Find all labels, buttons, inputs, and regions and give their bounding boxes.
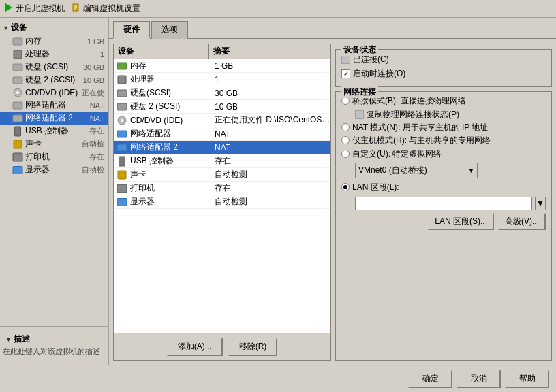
nat-radio[interactable] xyxy=(341,123,350,131)
cancel-button[interactable]: 取消 xyxy=(457,370,501,388)
bridge-sub-section: 复制物理网络连接状态(P) xyxy=(341,108,546,121)
advanced-button[interactable]: 高级(V)... xyxy=(498,213,546,230)
col-summary-header: 摘要 xyxy=(209,44,330,59)
connected-checkbox[interactable] xyxy=(341,55,350,64)
device-row-sound[interactable]: 声卡 自动检测 xyxy=(114,168,330,182)
device-summary-sound: 自动检测 xyxy=(212,169,330,180)
device-status-title: 设备状态 xyxy=(341,44,378,56)
bottom-bar: 确定 取消 帮助 xyxy=(0,365,556,392)
sidebar-item-print[interactable]: 打印机 存在 xyxy=(0,150,108,163)
tab-options[interactable]: 选项 xyxy=(151,21,188,39)
right-panel: 硬件 选项 设备 摘要 内存 1 GB 处理器 1 xyxy=(109,18,556,365)
start-vm-label: 开启此虚拟机 xyxy=(16,3,65,14)
edit-vm-button[interactable]: 编辑虚拟机设置 xyxy=(72,3,140,14)
device-row-usb[interactable]: USB 控制器 存在 xyxy=(114,154,330,168)
svg-rect-6 xyxy=(14,50,22,59)
edit-icon xyxy=(72,3,81,14)
svg-rect-7 xyxy=(13,64,22,71)
sidebar-item-hdd1[interactable]: 硬盘 (SCSI) 30 GB xyxy=(0,61,108,74)
device-list-panel: 设备 摘要 内存 1 GB 处理器 1 硬盘(SCSI) 30 GB 硬盘 2 … xyxy=(113,44,331,361)
help-button[interactable]: 帮助 xyxy=(505,370,549,388)
device-name-net2: 网络适配器 2 xyxy=(130,142,212,153)
sidebar-item-cpu[interactable]: 处理器 1 xyxy=(0,48,108,61)
icon-hdd1 xyxy=(12,62,23,73)
device-icon-net2 xyxy=(116,142,128,153)
device-row-memory[interactable]: 内存 1 GB xyxy=(114,59,330,73)
sidebar-item-net1[interactable]: 网络适配器 NAT xyxy=(0,99,108,112)
sidebar-item-hdd2[interactable]: 硬盘 2 (SCSI) 10 GB xyxy=(0,74,108,86)
device-icon-cpu xyxy=(116,74,128,85)
device-list-footer: 添加(A)... 移除(R) xyxy=(114,333,330,360)
device-icon-memory xyxy=(116,61,128,71)
custom-radio[interactable] xyxy=(341,150,350,158)
device-row-cdrom[interactable]: CD/DVD (IDE) 正在使用文件 D:\ISO\CentOS-7-x86.… xyxy=(114,114,330,127)
device-row-display[interactable]: 显示器 自动检测 xyxy=(114,195,330,209)
sidebar-item-usb[interactable]: USB 控制器 存在 xyxy=(0,125,108,137)
device-row-net1[interactable]: 网络适配器 NAT xyxy=(114,127,330,141)
device-name-print: 打印机 xyxy=(130,182,212,194)
lan-label: LAN 区段(L): xyxy=(352,182,399,193)
device-icon-cdrom xyxy=(116,115,128,126)
bridge-sub-label: 复制物理网络连接状态(P) xyxy=(367,109,459,120)
device-summary-memory: 1 GB xyxy=(212,61,330,71)
host-label: 仅主机模式(H): 与主机共享的专用网络 xyxy=(352,135,491,146)
lan-segments-button[interactable]: LAN 区段(S)... xyxy=(428,213,494,230)
icon-hdd2 xyxy=(12,75,23,86)
device-icon-hdd2 xyxy=(116,101,128,112)
remove-device-button[interactable]: 移除(R) xyxy=(228,338,278,356)
nat-label: NAT 模式(N): 用于共享主机的 IP 地址 xyxy=(352,122,488,133)
device-row-net2[interactable]: 网络适配器 2 NAT xyxy=(114,141,330,154)
device-name-display: 显示器 xyxy=(130,196,212,208)
sidebar-item-sound[interactable]: 声卡 自动检 xyxy=(0,137,108,150)
network-connection-group: 网络连接 桥接模式(B): 直接连接物理网络 复制物理网络连接状态(P) xyxy=(335,91,552,361)
sidebar-value-display: 自动检 xyxy=(82,165,104,175)
tab-hardware[interactable]: 硬件 xyxy=(113,21,150,39)
sidebar-item-net2[interactable]: 网络适配器 2 NAT xyxy=(0,112,108,125)
icon-display xyxy=(12,165,23,176)
svg-marker-0 xyxy=(5,3,12,12)
svg-rect-23 xyxy=(117,131,127,137)
sidebar-label-display: 显示器 xyxy=(25,164,80,176)
ok-button[interactable]: 确定 xyxy=(408,370,452,388)
device-row-cpu[interactable]: 处理器 1 xyxy=(114,73,330,86)
svg-rect-5 xyxy=(13,38,22,45)
sidebar-devices-section[interactable]: ▼ 设备 xyxy=(0,20,108,35)
start-vm-button[interactable]: 开启此虚拟机 xyxy=(4,3,65,14)
device-name-usb: USB 控制器 xyxy=(130,155,212,167)
toolbar: 开启此虚拟机 编辑虚拟机设置 xyxy=(0,0,556,18)
device-list-header: 设备 摘要 xyxy=(114,44,330,59)
add-device-button[interactable]: 添加(A)... xyxy=(167,338,223,356)
lan-radio[interactable] xyxy=(341,183,350,191)
device-summary-net2: NAT xyxy=(212,143,330,152)
main-window: 开启此虚拟机 编辑虚拟机设置 ▼ 设备 内存 xyxy=(0,0,556,392)
lan-dropdown-arrow[interactable]: ▼ xyxy=(535,197,546,210)
device-name-hdd1: 硬盘(SCSI) xyxy=(130,87,212,99)
svg-rect-16 xyxy=(13,166,22,174)
sidebar: ▼ 设备 内存 1 GB 处理器 1 硬盘 (SCSI) 30 GB 硬盘 2 … xyxy=(0,18,109,365)
device-row-print[interactable]: 打印机 存在 xyxy=(114,182,330,195)
svg-rect-15 xyxy=(13,153,22,161)
sidebar-item-memory[interactable]: 内存 1 GB xyxy=(0,35,108,48)
autoconnect-checkbox[interactable] xyxy=(341,69,350,78)
sidebar-item-cdrom[interactable]: CD/DVD (IDE) 正在使 xyxy=(0,86,108,99)
device-summary-net1: NAT xyxy=(212,129,330,139)
panels-row: 设备 摘要 内存 1 GB 处理器 1 硬盘(SCSI) 30 GB 硬盘 2 … xyxy=(109,39,556,365)
bridge-sub-checkbox[interactable] xyxy=(355,110,364,119)
sidebar-item-display[interactable]: 显示器 自动检 xyxy=(0,163,108,176)
lan-input[interactable] xyxy=(355,197,532,210)
sidebar-value-hdd2: 10 GB xyxy=(83,76,104,84)
svg-rect-24 xyxy=(117,144,127,151)
device-row-hdd1[interactable]: 硬盘(SCSI) 30 GB xyxy=(114,86,330,100)
play-icon xyxy=(4,3,14,14)
host-radio[interactable] xyxy=(341,136,350,144)
custom-dropdown[interactable]: VMnet0 (自动桥接) ▼ xyxy=(355,163,478,178)
device-name-cpu: 处理器 xyxy=(130,74,212,85)
device-name-sound: 声卡 xyxy=(130,169,212,180)
custom-label: 自定义(U): 特定虚拟网络 xyxy=(352,149,442,160)
desc-arrow-icon: ▼ xyxy=(5,336,12,343)
sidebar-desc-header[interactable]: ▼ 描述 xyxy=(3,332,106,346)
custom-dropdown-row: VMnet0 (自动桥接) ▼ xyxy=(355,163,546,178)
device-row-hdd2[interactable]: 硬盘 2 (SCSI) 10 GB xyxy=(114,100,330,114)
icon-print xyxy=(12,152,23,163)
sidebar-value-net1: NAT xyxy=(90,101,104,110)
